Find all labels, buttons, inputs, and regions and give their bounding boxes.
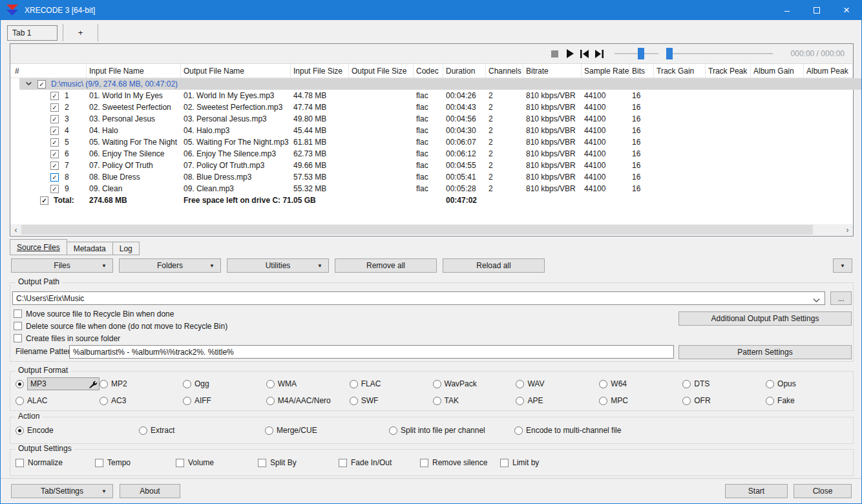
column-header[interactable]: Codec [414,64,443,78]
row-checkbox[interactable]: ✓ [50,127,59,135]
scroll-right-icon[interactable]: › [842,224,853,235]
scroll-left-icon[interactable]: ‹ [10,224,21,235]
format-option-wma[interactable]: WMA [266,377,350,390]
minimize-button[interactable]: – [772,1,802,20]
action-option-encode-to-multi-channel-file[interactable]: Encode to multi-channel file [514,426,853,435]
setting-checkbox[interactable] [258,459,266,467]
action-radio[interactable] [16,426,24,435]
table-row[interactable]: ✓303. Personal Jesus03. Personal Jesus.m… [10,113,853,125]
row-checkbox[interactable]: ✓ [50,150,59,158]
column-header[interactable]: Input File Size [291,64,349,78]
output-setting-split-by[interactable]: Split By [258,458,339,467]
remove-all-button[interactable]: Remove all [335,258,437,273]
column-header[interactable]: Bitrate [523,64,582,78]
start-button[interactable]: Start [725,484,788,498]
action-option-extract[interactable]: Extract [139,426,265,435]
setting-checkbox[interactable] [339,459,347,467]
seek-slider[interactable] [666,48,773,59]
row-checkbox[interactable]: ✓ [50,162,59,170]
column-header[interactable]: Track Peak [706,64,751,78]
column-header[interactable]: Input File Name [87,64,181,78]
filename-pattern-input[interactable] [69,345,674,359]
format-radio[interactable] [266,380,275,388]
output-setting-limit-by[interactable]: Limit by [500,458,853,467]
column-header[interactable]: Output File Size [349,64,414,78]
setting-checkbox[interactable] [95,459,103,467]
format-option-ofr[interactable]: OFR [682,396,766,405]
column-header[interactable]: Album Gain [751,64,804,78]
table-row[interactable]: ✓101. World In My Eyes01. World In My Ey… [10,90,853,101]
format-radio[interactable] [266,397,275,405]
format-option-alac[interactable]: ALAC [16,396,100,405]
seek-slider-thumb[interactable] [666,48,673,59]
output-setting-remove-silence[interactable]: Remove silence [420,458,500,467]
format-option-aiff[interactable]: AIFF [183,396,266,405]
close-button[interactable]: × [832,1,861,20]
option-checkbox[interactable] [14,334,22,342]
format-option-mp2[interactable]: MP2 [100,377,183,390]
play-button[interactable] [565,48,575,59]
tab-source-files[interactable]: Source Files [10,239,67,255]
next-track-button[interactable] [594,48,605,59]
action-radio[interactable] [265,426,273,435]
format-option-tak[interactable]: TAK [433,396,516,405]
format-radio[interactable] [183,397,191,405]
selected-format-box[interactable]: MP3 [27,377,100,390]
volume-slider-thumb[interactable] [638,48,644,59]
path-option[interactable]: Move source file to Recycle Bin when don… [14,308,227,320]
output-setting-fade-in-out[interactable]: Fade In/Out [339,458,420,467]
action-option-encode[interactable]: Encode [16,426,139,435]
output-setting-tempo[interactable]: Tempo [95,458,176,467]
total-checkbox[interactable]: ✓ [40,196,48,205]
format-radio[interactable] [766,380,774,388]
maximize-button[interactable] [802,1,832,20]
format-radio[interactable] [433,380,441,388]
option-checkbox[interactable] [14,322,22,330]
format-radio[interactable] [516,397,524,405]
pattern-settings-button[interactable]: Pattern Settings [678,345,852,359]
format-option-flac[interactable]: FLAC [350,377,433,390]
format-radio[interactable] [682,380,691,388]
table-row[interactable]: ✓707. Policy Of Truth07. Policy Of Truth… [10,160,853,171]
table-row[interactable]: ✓202. Sweetest Perfection02. Sweetest Pe… [10,101,853,113]
format-option-mp3[interactable]: MP3 [16,377,100,390]
format-radio[interactable] [16,380,24,388]
row-checkbox[interactable]: ✓ [50,103,59,112]
format-radio[interactable] [682,397,691,405]
format-radio[interactable] [100,397,108,405]
format-option-wavpack[interactable]: WavPack [433,377,516,390]
table-row[interactable]: ✓808. Blue Dress08. Blue Dress.mp357.53 … [10,171,853,183]
row-checkbox[interactable]: ✓ [50,173,59,182]
output-setting-normalize[interactable]: Normalize [16,458,95,467]
format-option-opus[interactable]: Opus [766,377,849,390]
setting-checkbox[interactable] [500,459,509,467]
format-option-dts[interactable]: DTS [682,377,766,390]
utilities-button[interactable]: Utilities▼ [227,258,329,273]
more-options-button[interactable]: ▼ [833,258,852,273]
format-radio[interactable] [516,380,524,388]
table-row[interactable]: ✓404. Halo04. Halo.mp345.44 MBflac00:04:… [10,125,853,136]
stop-button[interactable] [550,48,560,59]
files-button[interactable]: Files▼ [11,258,113,273]
close-app-button[interactable]: Close [794,484,852,498]
expand-chevron-icon[interactable] [25,80,33,88]
format-radio[interactable] [599,380,607,388]
action-option-split-into-file-per-channel[interactable]: Split into file per channel [389,426,514,435]
column-header[interactable]: Duration [443,64,486,78]
format-option-w64[interactable]: W64 [599,377,682,390]
format-radio[interactable] [350,380,358,388]
setting-checkbox[interactable] [176,459,184,467]
tab-1[interactable]: Tab 1 [7,25,58,41]
column-header[interactable]: Bits [629,64,654,78]
action-radio[interactable] [389,426,397,435]
previous-track-button[interactable] [580,48,590,59]
format-option-ac3[interactable]: AC3 [100,396,183,405]
row-checkbox[interactable]: ✓ [50,115,59,123]
format-option-fake[interactable]: Fake [766,396,849,405]
tab-settings-button[interactable]: Tab/Settings▼ [11,484,113,498]
row-checkbox[interactable]: ✓ [37,80,46,89]
action-option-merge-cue[interactable]: Merge/CUE [265,426,389,435]
output-setting-volume[interactable]: Volume [176,458,258,467]
tab-metadata[interactable]: Metadata [67,242,113,255]
format-radio[interactable] [766,397,774,405]
